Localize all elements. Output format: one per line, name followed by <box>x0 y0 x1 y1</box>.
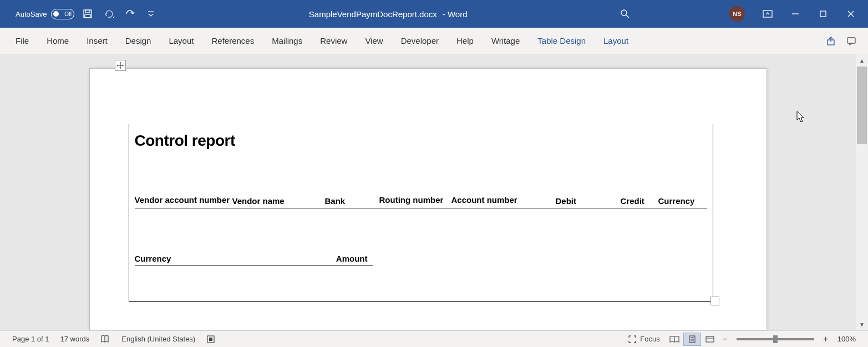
spellcheck-button[interactable] <box>95 335 116 344</box>
statusbar: Page 1 of 1 17 words English (United Sta… <box>0 330 868 347</box>
focus-icon <box>628 335 637 344</box>
svg-rect-8 <box>820 11 826 17</box>
scroll-thumb[interactable] <box>857 67 867 144</box>
document-area[interactable]: Control report Vendor account number Ven… <box>0 54 856 330</box>
web-layout-icon <box>705 335 715 343</box>
ribbon-tabs: File Home Insert Design Layout Reference… <box>0 28 868 54</box>
zoom-level[interactable]: 100% <box>832 335 861 343</box>
customize-qat-button[interactable] <box>143 6 159 22</box>
zoom-out-button[interactable]: − <box>719 334 731 344</box>
autosave-toggle[interactable]: Off <box>51 9 74 19</box>
tab-view[interactable]: View <box>356 28 392 54</box>
svg-rect-2 <box>85 14 90 18</box>
document-name: SampleVendPaymDocReport.docx <box>309 9 437 19</box>
tab-writage[interactable]: Writage <box>483 28 529 54</box>
tab-table-design[interactable]: Table Design <box>529 28 595 54</box>
minimize-button[interactable] <box>783 3 808 25</box>
table-resize-handle[interactable] <box>710 297 719 305</box>
col-currency: Currency <box>658 196 707 206</box>
customize-icon <box>147 10 155 18</box>
ribbon-display-button[interactable] <box>755 3 780 25</box>
tab-design[interactable]: Design <box>116 28 160 54</box>
document-page: Control report Vendor account number Ven… <box>89 68 767 330</box>
titlebar-controls: NS <box>617 3 864 25</box>
maximize-icon <box>819 10 827 18</box>
comment-icon <box>846 36 856 46</box>
web-layout-button[interactable] <box>701 333 719 346</box>
macro-button[interactable] <box>201 335 221 344</box>
comments-button[interactable] <box>841 31 861 51</box>
col-bank: Bank <box>325 196 379 206</box>
save-icon <box>82 8 93 19</box>
svg-line-5 <box>626 15 629 18</box>
quick-access-toolbar: AutoSave Off <box>4 6 159 22</box>
report-table[interactable]: Control report Vendor account number Ven… <box>129 124 713 302</box>
move-icon <box>116 62 124 69</box>
focus-mode-button[interactable]: Focus <box>622 335 665 344</box>
app-name: - Word <box>443 9 468 19</box>
svg-rect-6 <box>763 11 772 17</box>
col-account: Account number <box>451 194 556 206</box>
tab-layout[interactable]: Layout <box>160 28 202 54</box>
print-layout-button[interactable] <box>683 333 701 346</box>
svg-rect-16 <box>209 338 212 341</box>
share-button[interactable] <box>821 31 841 51</box>
tab-references[interactable]: References <box>202 28 263 54</box>
svg-rect-12 <box>847 38 855 43</box>
table-move-handle[interactable] <box>115 60 126 71</box>
user-avatar[interactable]: NS <box>729 6 745 22</box>
col-debit: Debit <box>556 196 621 206</box>
col-credit: Credit <box>621 196 658 206</box>
zoom-slider[interactable] <box>737 338 814 340</box>
col-amount: Amount <box>334 254 373 263</box>
svg-point-4 <box>621 10 627 16</box>
close-button[interactable] <box>838 3 864 25</box>
scroll-down-button[interactable]: ▼ <box>856 318 868 330</box>
search-icon <box>620 8 631 19</box>
autosave-label: AutoSave <box>16 10 47 18</box>
ribbon-display-icon <box>763 10 773 18</box>
col-routing: Routing number <box>379 194 451 206</box>
redo-button[interactable] <box>122 6 138 22</box>
tab-table-layout[interactable]: Layout <box>595 28 637 54</box>
user-initials: NS <box>733 11 741 17</box>
titlebar: AutoSave Off SampleVendPaymDocReport.doc… <box>0 0 868 28</box>
tab-developer[interactable]: Developer <box>392 28 448 54</box>
col-vendor-account: Vendor account number <box>135 194 232 206</box>
titlebar-title: SampleVendPaymDocReport.docx - Word <box>159 9 617 19</box>
macro-icon <box>206 335 215 344</box>
tab-review[interactable]: Review <box>311 28 356 54</box>
autosave-control[interactable]: AutoSave Off <box>16 9 74 19</box>
share-icon <box>826 36 836 46</box>
read-mode-button[interactable] <box>666 333 683 346</box>
redo-icon <box>124 8 135 19</box>
close-icon <box>847 10 855 18</box>
tab-help[interactable]: Help <box>448 28 483 54</box>
col-currency-2: Currency <box>135 254 334 263</box>
tab-file[interactable]: File <box>7 28 38 54</box>
undo-button[interactable] <box>101 6 116 22</box>
save-button[interactable] <box>80 6 95 22</box>
zoom-slider-thumb[interactable] <box>773 335 778 343</box>
table-header-row-1: Vendor account number Vendor name Bank R… <box>135 194 707 208</box>
table-header-row-2: Currency Amount <box>135 254 373 266</box>
word-count[interactable]: 17 words <box>55 335 95 343</box>
zoom-in-button[interactable]: + <box>820 334 832 344</box>
tab-mailings[interactable]: Mailings <box>263 28 311 54</box>
tab-home[interactable]: Home <box>38 28 78 54</box>
focus-label: Focus <box>640 335 659 343</box>
search-button[interactable] <box>617 6 633 22</box>
language-indicator[interactable]: English (United States) <box>116 335 201 343</box>
print-layout-icon <box>688 335 697 344</box>
svg-rect-1 <box>85 10 90 13</box>
tab-insert[interactable]: Insert <box>78 28 116 54</box>
undo-icon <box>103 8 115 19</box>
scroll-up-button[interactable]: ▲ <box>856 54 868 67</box>
vertical-scrollbar[interactable]: ▲ ▼ <box>856 54 868 330</box>
autosave-state: Off <box>64 11 72 17</box>
book-icon <box>100 335 110 344</box>
page-indicator[interactable]: Page 1 of 1 <box>7 335 55 343</box>
maximize-button[interactable] <box>810 3 836 25</box>
report-title: Control report <box>129 124 713 150</box>
read-mode-icon <box>669 335 680 343</box>
